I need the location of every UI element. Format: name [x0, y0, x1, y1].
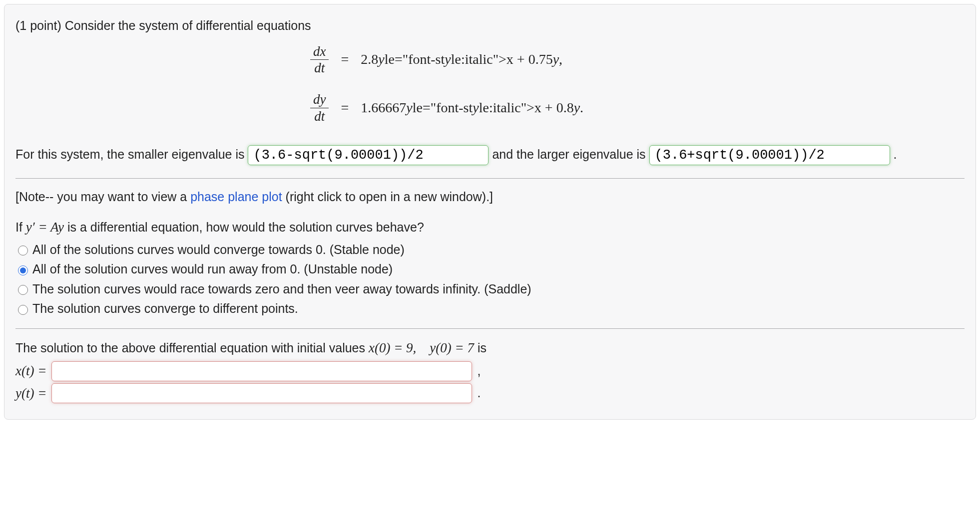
option-radio-3[interactable] — [18, 305, 28, 315]
yt-trail: . — [477, 384, 481, 403]
option-radio-2[interactable] — [18, 285, 28, 295]
option-row-3: The solution curves converge to differen… — [15, 299, 965, 318]
equations-block: dx dt = 2.8yle="font-style:italic">x + 0… — [15, 44, 965, 123]
divider-1 — [15, 178, 965, 179]
option-row-1: All of the solution curves would run awa… — [15, 260, 965, 279]
yt-label: y(t) = — [15, 383, 46, 404]
xt-input[interactable] — [51, 361, 472, 381]
note-close: (right click to open in a new window).] — [282, 190, 493, 204]
eigen-line: For this system, the smaller eigenvalue … — [15, 141, 965, 168]
problem-panel: (1 point) Consider the system of differe… — [4, 4, 976, 420]
note-line: [Note-- you may want to view a phase pla… — [15, 188, 965, 207]
option-radio-1[interactable] — [18, 265, 28, 275]
phase-plane-plot-link[interactable]: phase plane plot — [190, 190, 282, 204]
equation-2: dy dt = 1.66667yle="font-style:italic">x… — [15, 92, 965, 123]
option-label-0: All of the solutions curves would conver… — [32, 241, 405, 259]
behavior-q-math: y′ = Ay — [26, 220, 64, 235]
smaller-eigenvalue-input[interactable] — [248, 145, 489, 165]
eigen-text-before: For this system, the smaller eigenvalue … — [15, 147, 248, 161]
prompt-line: (1 point) Consider the system of differe… — [15, 16, 965, 35]
sol-prompt-math: x(0) = 9, y(0) = 7 — [369, 340, 474, 355]
eq2-equals: = — [329, 97, 361, 118]
yt-input[interactable] — [51, 383, 472, 403]
prompt-intro: Consider the system of differential equa… — [65, 18, 311, 32]
option-row-0: All of the solutions curves would conver… — [15, 241, 965, 259]
eq2-lhs: dy dt — [310, 92, 329, 123]
divider-2 — [15, 328, 965, 329]
xt-row: x(t) = , — [15, 361, 965, 381]
option-radio-0[interactable] — [18, 246, 28, 255]
sol-prompt-post: is — [474, 341, 487, 355]
larger-eigenvalue-input[interactable] — [649, 145, 890, 165]
option-label-1: All of the solution curves would run awa… — [32, 260, 393, 279]
sol-prompt-pre: The solution to the above differential e… — [15, 341, 369, 355]
points-label: (1 point) — [15, 18, 61, 32]
xt-trail: , — [477, 362, 481, 381]
option-label-3: The solution curves converge to differen… — [32, 299, 298, 318]
behavior-q-pre: If — [15, 220, 26, 234]
eq1-lhs: dx dt — [310, 44, 329, 75]
eq2-rhs: 1.66667yle="font-style:italic">x + 0.8y. — [361, 97, 583, 118]
xt-label: x(t) = — [15, 361, 46, 381]
option-label-2: The solution curves would race towards z… — [32, 280, 531, 299]
behavior-q-post: is a differential equation, how would th… — [64, 220, 424, 234]
behavior-question: If y′ = Ay is a differential equation, h… — [15, 217, 965, 238]
solution-prompt: The solution to the above differential e… — [15, 338, 965, 358]
yt-row: y(t) = . — [15, 383, 965, 404]
eq1-rhs: 2.8yle="font-style:italic">x + 0.75y, — [361, 49, 562, 70]
eq1-equals: = — [329, 49, 361, 70]
equation-1: dx dt = 2.8yle="font-style:italic">x + 0… — [15, 44, 965, 75]
eigen-period: . — [893, 147, 897, 161]
note-open: [Note-- you may want to view a — [15, 190, 190, 204]
eigen-text-between: and the larger eigenvalue is — [492, 147, 649, 161]
option-row-2: The solution curves would race towards z… — [15, 280, 965, 299]
